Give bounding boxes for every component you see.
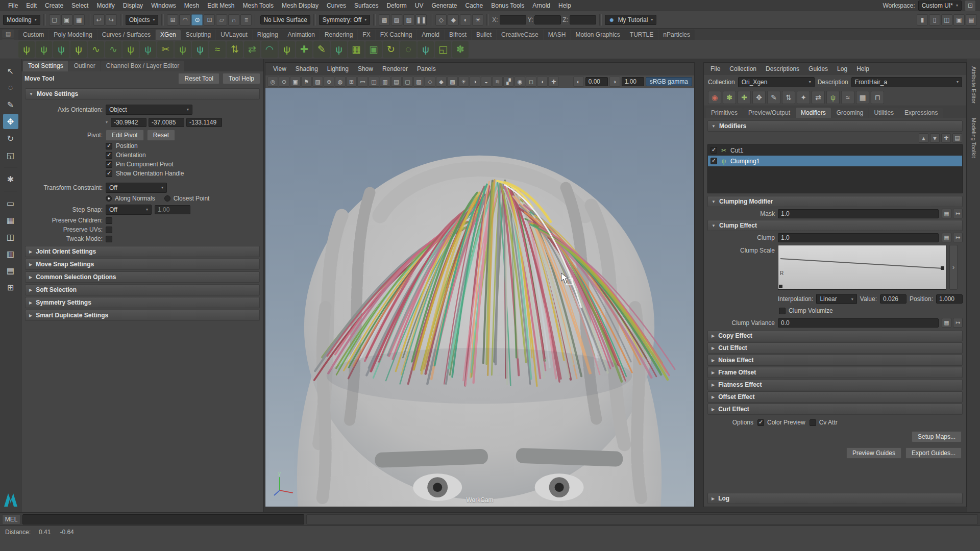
viewport-menu-show[interactable]: Show <box>353 65 378 72</box>
viewport-menu-view[interactable]: View <box>268 65 291 72</box>
move-settings-header[interactable]: ▼ Move Settings <box>25 88 260 99</box>
grid-icon[interactable]: ⊞ <box>346 77 357 87</box>
sculpt-guide-icon[interactable]: ✎ <box>767 91 780 104</box>
section-common-selection-options[interactable]: ▶ Common Selection Options <box>25 271 260 283</box>
shelf-tab-mash[interactable]: MASH <box>544 30 571 40</box>
move-guide-icon[interactable]: ✥ <box>752 91 766 104</box>
y-input[interactable] <box>534 15 561 24</box>
sidebar-outliner-icon[interactable]: ◫ <box>941 14 952 26</box>
curves-to-guides-icon[interactable]: ∿ <box>105 41 121 58</box>
isolate-select-icon[interactable]: ◻ <box>526 77 536 87</box>
checkbox-show-orientation-handle[interactable]: Show Orientation Handle <box>26 169 259 178</box>
pause-viewport-icon[interactable]: ❚❚ <box>415 14 427 26</box>
selection-mask-select[interactable]: Objects ▾ <box>126 15 159 25</box>
pane-graph-layout-icon[interactable]: ▤ <box>3 263 18 278</box>
section-frame-offset[interactable]: ▶ Frame Offset <box>707 367 963 378</box>
menu-edit[interactable]: Edit <box>22 0 41 11</box>
film-gate-icon[interactable]: ▭ <box>357 77 368 87</box>
menu-set-select[interactable]: Modeling ▾ <box>3 15 40 25</box>
expression-button-icon[interactable]: ↦ <box>953 318 963 328</box>
section-move-snap-settings[interactable]: ▶ Move Snap Settings <box>25 259 260 270</box>
normalize-guides-icon[interactable]: ✦ <box>797 91 810 104</box>
log-section-bar[interactable]: ▶ Log <box>707 493 963 504</box>
axis-orientation-select[interactable]: Object ▾ <box>106 105 192 115</box>
xgen-tab-modifiers[interactable]: Modifiers <box>796 108 831 118</box>
exposure-input[interactable]: 0.00 <box>585 77 608 86</box>
groom-cut-icon[interactable]: ✂ <box>157 41 174 58</box>
xgen-menu-help[interactable]: Help <box>852 65 874 72</box>
xray-joints-icon[interactable]: ✚ <box>548 77 559 87</box>
section-symmetry-settings[interactable]: ▶ Symmetry Settings <box>25 297 260 308</box>
lasso-tool-icon[interactable]: ◌ <box>3 80 18 95</box>
density-mask-icon[interactable]: ✽ <box>723 91 736 104</box>
interactive-groom-icon[interactable]: ψ <box>331 41 347 58</box>
ipr-render-icon[interactable]: ▨ <box>391 14 402 26</box>
add-guide-icon[interactable]: ✚ <box>738 91 751 104</box>
groom-width-icon[interactable]: ⇄ <box>244 41 260 58</box>
xgen-tab-preview-output[interactable]: Preview/Output <box>743 108 795 118</box>
use-all-lights-icon[interactable]: ☀ <box>458 77 469 87</box>
move-tool-icon[interactable]: ✥ <box>3 114 18 129</box>
menu-mesh[interactable]: Mesh <box>180 0 203 11</box>
section-soft-selection[interactable]: ▶ Soft Selection <box>25 284 260 295</box>
description-select[interactable]: FrontHair_a ▾ <box>851 77 962 87</box>
save-scene-icon[interactable]: ▦ <box>74 14 85 26</box>
sidebar-attribute-editor-icon[interactable]: ▮ <box>917 14 928 26</box>
shelf-tab-arnold[interactable]: Arnold <box>417 30 444 40</box>
menu-modify[interactable]: Modify <box>92 0 118 11</box>
oversampling-icon[interactable]: ◍ <box>335 77 346 87</box>
custom-layout-icon[interactable]: ⊞ <box>3 280 18 295</box>
pane-outliner-layout-icon[interactable]: ▥ <box>3 246 18 261</box>
xgen-tab-utilities[interactable]: Utilities <box>869 108 899 118</box>
clump-volumize-row[interactable]: Clump Volumize <box>779 305 963 316</box>
ramp-key-handle[interactable] <box>941 266 944 270</box>
preview-refresh-icon[interactable]: ↻ <box>383 41 399 58</box>
menu-arnold[interactable]: Arnold <box>528 0 554 11</box>
single-pane-layout-icon[interactable]: ▭ <box>3 195 18 211</box>
shadows-icon[interactable]: ◑ <box>470 77 480 87</box>
gate-mask-icon[interactable]: ▥ <box>380 77 390 87</box>
menu-surfaces[interactable]: Surfaces <box>350 0 382 11</box>
shelf-tab-curves-surfaces[interactable]: Curves / Surfaces <box>97 30 155 40</box>
modifier-cut1[interactable]: ✂ Cut1 <box>708 145 962 156</box>
new-scene-icon[interactable]: ▢ <box>49 14 60 26</box>
snap-point-icon[interactable]: ⊙ <box>191 14 203 26</box>
menu-mesh-tools[interactable]: Mesh Tools <box>239 0 278 11</box>
four-pane-layout-icon[interactable]: ▦ <box>3 212 18 228</box>
vertical-tab-attribute-editor[interactable]: Attribute Editor <box>971 66 977 104</box>
radio-closest-point[interactable]: Closest Point <box>164 195 210 202</box>
render-settings-icon[interactable]: ▧ <box>403 14 414 26</box>
sidebar-channel-box-icon[interactable]: ▣ <box>953 14 965 26</box>
open-scene-icon[interactable]: ▣ <box>61 14 72 26</box>
groom-place-icon[interactable]: ✚ <box>296 41 312 58</box>
viewport-menu-lighting[interactable]: Lighting <box>323 65 353 72</box>
checkbox-box[interactable] <box>106 236 112 242</box>
resolution-gate-icon[interactable]: ◫ <box>369 77 379 87</box>
add-modifier-icon[interactable]: ✚ <box>941 133 951 143</box>
reset-tool-button[interactable]: Reset Tool <box>178 73 219 84</box>
ramp-expand-button[interactable]: › <box>949 245 958 290</box>
shelf-tab-list-icon[interactable]: ▤ <box>2 30 14 38</box>
xgen-import-icon[interactable]: ψ <box>70 41 87 58</box>
shelf-tab-rendering[interactable]: Rendering <box>320 30 357 40</box>
wireframe-toggle-icon[interactable]: ◇ <box>435 14 447 26</box>
menu-bonus-tools[interactable]: Bonus Tools <box>487 0 528 11</box>
shelf-tab-animation[interactable]: Animation <box>283 30 320 40</box>
groom-clump-icon[interactable]: ψ <box>175 41 191 58</box>
select-camera-icon[interactable]: ◎ <box>267 77 278 87</box>
xray-icon[interactable]: ◖ <box>537 77 548 87</box>
snap-projected-center-icon[interactable]: ⊡ <box>204 14 215 26</box>
mel-language-toggle[interactable]: MEL <box>2 514 20 524</box>
clump-scale-ramp[interactable]: R <box>778 245 946 290</box>
menu-cache[interactable]: Cache <box>461 0 487 11</box>
section-cut-effect[interactable]: ▶ Cut Effect <box>707 342 963 354</box>
xgen-menu-collection[interactable]: Collection <box>725 65 761 72</box>
shelf-tab-poly-modeling[interactable]: Poly Modeling <box>49 30 96 40</box>
map-button-icon[interactable]: ▦ <box>942 209 951 218</box>
display-guides-icon[interactable]: ◉ <box>708 91 721 104</box>
preview-guides-button[interactable]: Preview Guides <box>846 447 901 459</box>
guides-to-curves-icon[interactable]: ∿ <box>88 41 104 58</box>
xgen-tab-expressions[interactable]: Expressions <box>899 108 943 118</box>
section-joint-orient-settings[interactable]: ▶ Joint Orient Settings <box>25 246 260 257</box>
groom-comb-icon[interactable]: ψ <box>122 41 139 58</box>
